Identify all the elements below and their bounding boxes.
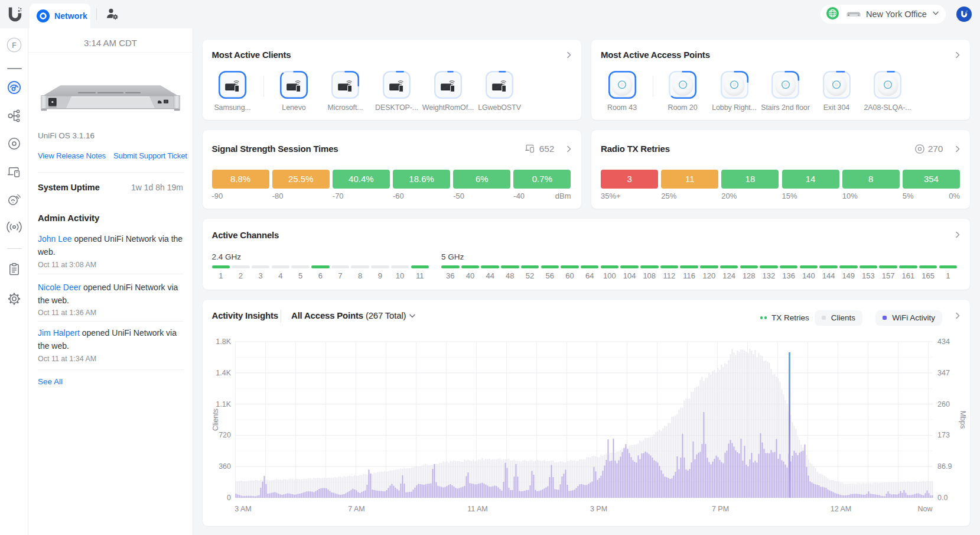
svg-text:Mbps: Mbps (959, 411, 967, 429)
svg-text:260: 260 (937, 400, 950, 408)
svg-text:360: 360 (219, 462, 231, 471)
svg-text:Now: Now (917, 505, 933, 513)
svg-text:Clients: Clients (211, 408, 220, 431)
svg-text:347: 347 (937, 369, 950, 377)
svg-text:1.1K: 1.1K (216, 400, 231, 408)
svg-text:7 PM: 7 PM (711, 505, 728, 513)
svg-text:12 AM: 12 AM (830, 505, 851, 513)
svg-text:1.4K: 1.4K (216, 369, 231, 377)
svg-text:F: F (12, 41, 17, 50)
svg-text:3 PM: 3 PM (590, 505, 607, 513)
svg-text:173: 173 (937, 431, 950, 439)
svg-text:0.0: 0.0 (937, 494, 948, 502)
svg-text:3 AM: 3 AM (235, 505, 252, 513)
svg-text:86.9: 86.9 (937, 462, 952, 471)
svg-text:1.8K: 1.8K (216, 338, 231, 346)
svg-text:720: 720 (219, 431, 231, 439)
svg-text:7 AM: 7 AM (348, 505, 365, 513)
svg-text:0: 0 (227, 494, 231, 502)
svg-text:11 AM: 11 AM (467, 505, 488, 513)
svg-text:434: 434 (937, 338, 950, 346)
